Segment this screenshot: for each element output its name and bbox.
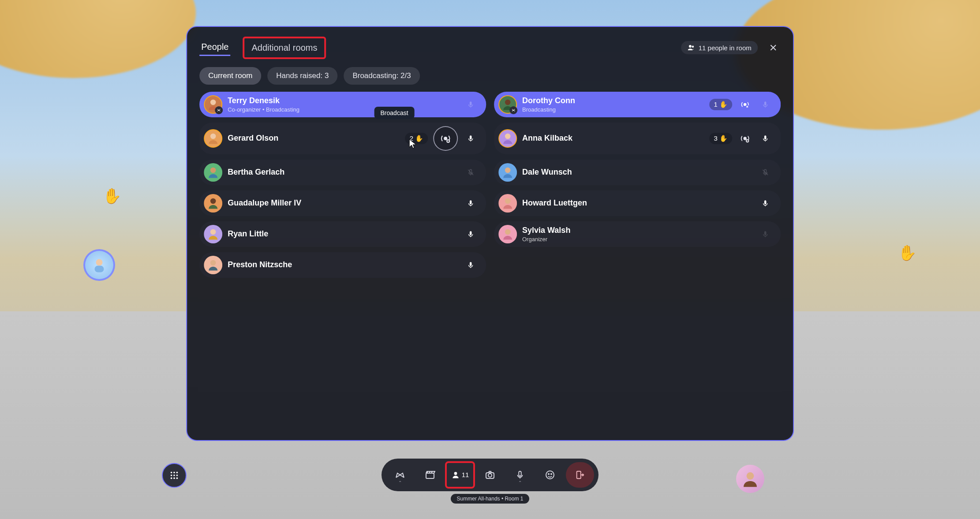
people-count: 11: [462, 471, 469, 478]
svg-point-36: [176, 472, 178, 474]
svg-point-26: [505, 198, 511, 204]
room-count-pill[interactable]: 11 people in room: [681, 41, 758, 54]
person-subtitle: Co-organizer • Broadcasting: [228, 106, 458, 113]
hand-raised-badge: 3✋: [709, 133, 732, 144]
hand-raised-badge: 1✋: [709, 99, 732, 110]
camera-button[interactable]: [476, 462, 504, 488]
self-avatar[interactable]: [736, 465, 764, 493]
person-name: Gerard Olson: [228, 134, 400, 143]
chevron-up-icon: ⌃: [398, 480, 402, 485]
svg-rect-11: [764, 101, 767, 105]
person-row[interactable]: Anna Kilback 3✋: [494, 123, 781, 154]
svg-point-12: [210, 134, 216, 139]
stop-broadcast-icon[interactable]: [737, 97, 752, 112]
avatar: [204, 163, 222, 182]
mic-icon[interactable]: [463, 196, 478, 211]
svg-point-50: [551, 474, 552, 474]
avatar-icon: [741, 470, 759, 488]
clapper-button[interactable]: [416, 462, 444, 488]
tab-people[interactable]: People: [199, 39, 230, 56]
person-row[interactable]: Guadalupe Miller IV: [199, 190, 486, 216]
svg-rect-43: [426, 473, 434, 478]
chevron-up-icon: ⌃: [518, 480, 522, 485]
person-name: Anna Kilback: [522, 134, 704, 143]
person-row[interactable]: Sylvia Walsh Organizer: [494, 221, 781, 247]
svg-point-41: [173, 478, 175, 479]
mic-icon[interactable]: [463, 97, 478, 112]
svg-rect-19: [764, 135, 767, 139]
person-row[interactable]: Dorothy Conn Broadcasting 1✋: [494, 92, 781, 117]
svg-rect-33: [470, 262, 472, 266]
megaphone-button[interactable]: ⌃: [386, 462, 414, 488]
mic-icon[interactable]: [463, 227, 478, 242]
svg-point-2: [688, 45, 691, 48]
room-count-label: 11 people in room: [699, 44, 752, 52]
svg-point-39: [176, 475, 178, 477]
chip-hands-raised[interactable]: Hands raised: 3: [267, 67, 337, 85]
tab-additional-rooms[interactable]: Additional rooms: [250, 40, 319, 56]
person-icon: [451, 470, 460, 479]
svg-point-28: [210, 229, 216, 235]
chip-broadcasting[interactable]: Broadcasting: 2/3: [344, 67, 419, 85]
mic-icon[interactable]: [463, 258, 478, 273]
svg-point-48: [546, 471, 554, 479]
svg-rect-6: [470, 101, 472, 105]
megaphone-icon: [395, 470, 405, 480]
svg-point-24: [210, 198, 216, 204]
person-row[interactable]: Gerard Olson 2✋ Broadcast: [199, 123, 486, 154]
grid-icon: [169, 470, 179, 480]
broadcast-button[interactable]: [737, 131, 752, 146]
spatial-avatar-bubble[interactable]: [83, 249, 115, 281]
svg-rect-25: [470, 200, 472, 204]
mic-icon[interactable]: [463, 131, 478, 146]
mic-icon[interactable]: [758, 196, 773, 211]
people-button[interactable]: 11: [446, 462, 474, 488]
svg-rect-1: [94, 265, 104, 272]
person-row[interactable]: Ryan Little: [199, 221, 486, 247]
svg-rect-47: [519, 471, 521, 476]
tab-additional-rooms-highlight: Additional rooms: [243, 37, 326, 59]
avatar: [204, 256, 222, 274]
person-row[interactable]: Preston Nitzsche: [199, 252, 486, 278]
smile-icon: [545, 470, 555, 480]
svg-point-40: [170, 478, 172, 479]
apps-grid-button[interactable]: [162, 463, 187, 488]
mic-button[interactable]: ⌃: [506, 462, 534, 488]
svg-rect-29: [470, 231, 472, 235]
person-name: Ryan Little: [228, 229, 458, 239]
person-row[interactable]: Terry Denesik Co-organizer • Broadcastin…: [199, 92, 486, 117]
mic-icon[interactable]: [758, 227, 773, 242]
mic-muted-icon[interactable]: [758, 165, 773, 180]
panel-header: People Additional rooms 11 people in roo…: [199, 37, 781, 59]
person-name: Bertha Gerlach: [228, 168, 458, 177]
people-icon: [687, 44, 695, 52]
close-button[interactable]: [766, 40, 781, 55]
svg-point-7: [505, 100, 511, 105]
person-row[interactable]: Howard Luettgen: [494, 190, 781, 216]
mic-icon[interactable]: [758, 131, 773, 146]
mic-muted-icon[interactable]: [463, 165, 478, 180]
svg-point-20: [210, 168, 216, 173]
avatar: [498, 95, 517, 114]
avatar: [498, 129, 517, 148]
mic-icon[interactable]: [758, 97, 773, 112]
svg-point-42: [176, 478, 178, 479]
avatar: [204, 225, 222, 243]
mouse-cursor-icon: [409, 138, 418, 150]
svg-point-35: [173, 472, 175, 474]
raised-hand-world-icon: ✋: [103, 187, 121, 205]
svg-rect-31: [764, 231, 767, 235]
svg-point-16: [505, 134, 511, 139]
svg-point-34: [170, 472, 172, 474]
people-list: Terry Denesik Co-organizer • Broadcastin…: [199, 92, 781, 278]
svg-point-4: [210, 100, 216, 105]
leave-button[interactable]: [566, 462, 594, 488]
person-name: Sylvia Walsh: [522, 226, 752, 235]
emoji-button[interactable]: [536, 462, 564, 488]
avatar: [204, 194, 222, 213]
person-row[interactable]: Dale Wunsch: [494, 160, 781, 185]
svg-rect-15: [470, 135, 472, 139]
person-row[interactable]: Bertha Gerlach: [199, 160, 486, 185]
chip-current-room[interactable]: Current room: [199, 67, 261, 85]
broadcast-button[interactable]: [433, 126, 458, 151]
